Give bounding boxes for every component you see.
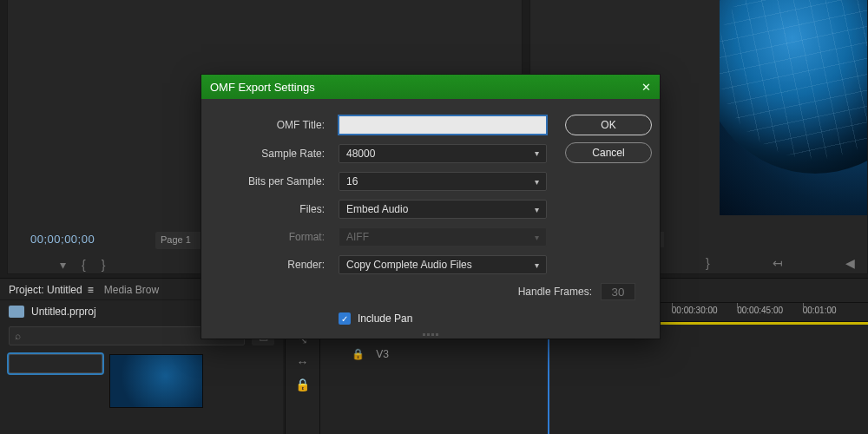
- chevron-down-icon: ▾: [535, 233, 539, 242]
- ruler-tick: 00:00:30:00: [672, 303, 737, 321]
- source-timecode: 00;00;00;00: [30, 233, 95, 246]
- files-select[interactable]: Embed Audio ▾: [339, 200, 547, 219]
- bits-value: 16: [346, 175, 358, 187]
- program-preview: [720, 0, 867, 215]
- clip-thumbnail[interactable]: [109, 354, 203, 408]
- render-select[interactable]: Copy Complete Audio Files ▾: [339, 255, 547, 274]
- omf-export-dialog: OMF Export Settings ✕ OMF Title: OK Canc…: [201, 75, 660, 339]
- cancel-button[interactable]: Cancel: [565, 142, 652, 163]
- format-value: AIFF: [346, 231, 369, 243]
- label-render: Render:: [222, 259, 325, 271]
- label-files: Files:: [222, 203, 325, 215]
- track-header[interactable]: 🔒 V3: [352, 348, 389, 360]
- label-bits: Bits per Sample:: [222, 175, 325, 187]
- dialog-title-text: OMF Export Settings: [210, 81, 315, 94]
- step-back-icon[interactable]: ↤: [773, 256, 783, 270]
- bin-thumbnails: [0, 349, 283, 413]
- chevron-down-icon: ▾: [535, 148, 539, 158]
- close-icon[interactable]: ✕: [641, 81, 651, 94]
- source-transport-controls: ▾ { }: [60, 258, 105, 272]
- include-pan-label: Include Pan: [358, 312, 412, 325]
- bracket-in-icon[interactable]: {: [82, 258, 86, 272]
- chevron-down-icon: ▾: [535, 260, 539, 270]
- tab-media-browser[interactable]: Media Brow: [104, 284, 159, 296]
- track-name: V3: [376, 348, 389, 360]
- slip-tool-icon[interactable]: ↔: [297, 355, 309, 369]
- label-handle-frames: Handle Frames:: [518, 286, 592, 298]
- label-omf-title: OMF Title:: [222, 119, 325, 131]
- project-file-name: Untitled.prproj: [31, 306, 96, 318]
- panel-menu-icon[interactable]: ≡: [88, 284, 94, 296]
- format-select-disabled: AIFF ▾: [339, 227, 547, 247]
- label-format: Format:: [222, 231, 325, 243]
- clip-thumbnail[interactable]: [9, 354, 102, 373]
- globe-graphic: [720, 0, 867, 174]
- tab-project-label: Project: Untitled: [9, 284, 82, 296]
- render-value: Copy Complete Audio Files: [346, 259, 472, 271]
- include-pan-checkbox[interactable]: ✓ Include Pan: [339, 309, 547, 325]
- label-sample-rate: Sample Rate:: [222, 148, 325, 160]
- ruler-tick: 00:00:45:00: [737, 303, 802, 321]
- chevron-down-icon: ▾: [535, 177, 539, 187]
- play-back-icon[interactable]: ◀: [845, 256, 855, 270]
- ruler-tick: 00:01:00: [803, 303, 868, 321]
- app-root: 00;00;00;00 Page 1 ▾ { } 2:12 Fit ▾ { } …: [0, 0, 868, 434]
- marker-icon[interactable]: ▾: [60, 258, 66, 272]
- track-lock-icon[interactable]: 🔒: [295, 378, 310, 391]
- sample-rate-value: 48000: [346, 148, 375, 160]
- tab-project[interactable]: Project: Untitled ≡: [9, 284, 94, 296]
- chevron-down-icon: ▾: [535, 205, 539, 214]
- checkbox-checked-icon: ✓: [339, 312, 351, 325]
- resize-grip-icon[interactable]: [423, 333, 438, 336]
- lock-icon[interactable]: 🔒: [352, 348, 365, 360]
- bits-select[interactable]: 16 ▾: [339, 172, 547, 191]
- project-file-icon: [9, 306, 24, 318]
- handle-frames-input: [601, 283, 635, 300]
- dialog-titlebar[interactable]: OMF Export Settings ✕: [201, 75, 660, 99]
- bracket-out-icon[interactable]: }: [102, 258, 106, 272]
- files-value: Embed Audio: [346, 203, 408, 215]
- search-icon: ⌕: [15, 330, 21, 342]
- bracket-out-icon[interactable]: }: [706, 256, 710, 270]
- ok-button[interactable]: OK: [565, 115, 652, 135]
- omf-title-input[interactable]: [339, 115, 547, 135]
- sample-rate-select[interactable]: 48000 ▾: [339, 144, 547, 163]
